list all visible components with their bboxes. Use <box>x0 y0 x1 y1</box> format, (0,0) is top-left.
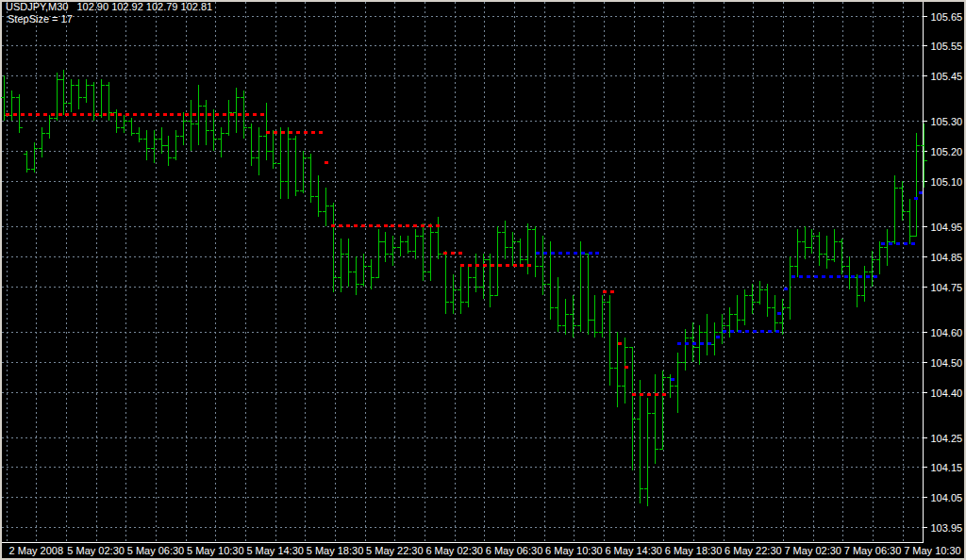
price-axis[interactable] <box>923 0 966 544</box>
chart-title-overlay: USDJPY,M30102.90 102.92 102.79 102.81 St… <box>6 1 212 25</box>
chart-title-line: USDJPY,M30102.90 102.92 102.79 102.81 <box>6 1 212 12</box>
time-axis[interactable] <box>0 542 966 560</box>
indicator-label: StepSize = 17 <box>8 13 212 25</box>
chart-ohlc-values: 102.90 102.92 102.79 102.81 <box>76 1 212 12</box>
price-chart[interactable]: 105.65105.55105.45105.30105.20105.10104.… <box>0 0 966 560</box>
chart-symbol-period: USDJPY,M30 <box>6 1 68 12</box>
